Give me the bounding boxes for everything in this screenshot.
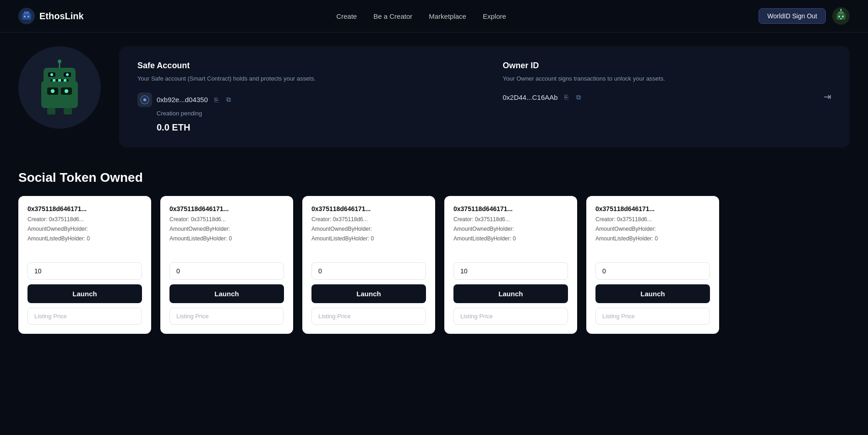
token-amount-listed: AmountListedByHolder: 0 [453, 234, 568, 243]
launch-button[interactable]: Launch [453, 284, 568, 303]
svg-rect-21 [53, 79, 55, 82]
token-amount-input[interactable] [453, 262, 568, 280]
owner-address-row: 0x2D44...C16AAb ⎘ ⧉ [503, 92, 832, 102]
token-id: 0x375118d646171... [311, 205, 426, 212]
token-amount-owned: AmountOwnedByHolder: [595, 225, 710, 233]
profile-section: Safe Account Your Safe account (Smart Co… [18, 46, 850, 147]
listing-price-input[interactable] [453, 308, 568, 325]
token-card: 0x375118d646171... Creator: 0x375118d6..… [444, 196, 577, 334]
main-nav: Create Be a Creator Marketplace Explore [336, 12, 506, 20]
svg-point-3 [24, 16, 26, 17]
token-amount-input[interactable] [311, 262, 426, 280]
logo-area: EthosLink [18, 8, 84, 24]
nav-create[interactable]: Create [336, 12, 357, 20]
svg-point-19 [66, 73, 69, 76]
token-amount-listed: AmountListedByHolder: 0 [311, 234, 426, 243]
svg-point-32 [144, 99, 146, 101]
token-creator: Creator: 0x375118d6... [595, 215, 710, 223]
launch-button[interactable]: Launch [595, 284, 710, 303]
section-title: Social Token Owned [18, 170, 850, 185]
social-token-section: Social Token Owned 0x375118d646171... Cr… [18, 170, 850, 334]
launch-button[interactable]: Launch [169, 284, 284, 303]
token-amount-listed: AmountListedByHolder: 0 [169, 234, 284, 243]
svg-rect-6 [838, 11, 844, 14]
svg-point-4 [27, 16, 29, 17]
token-amount-owned: AmountOwnedByHolder: [169, 225, 284, 233]
owner-address: 0x2D44...C16AAb [503, 93, 558, 101]
owner-id-title: Owner ID [503, 61, 832, 71]
nav-marketplace[interactable]: Marketplace [429, 12, 466, 20]
svg-point-18 [50, 73, 53, 76]
svg-point-26 [51, 89, 55, 93]
logo-icon [18, 8, 35, 24]
token-amount-listed: AmountListedByHolder: 0 [27, 234, 142, 243]
safe-icon [137, 92, 152, 107]
token-card: 0x375118d646171... Creator: 0x375118d6..… [160, 196, 293, 334]
token-creator: Creator: 0x375118d6... [27, 215, 142, 223]
header-right: WorldID Sign Out [759, 7, 850, 25]
profile-robot-svg [30, 58, 89, 117]
listing-price-input[interactable] [27, 308, 142, 325]
launch-button[interactable]: Launch [311, 284, 426, 303]
listing-price-input[interactable] [595, 308, 710, 325]
logo-text: EthosLink [39, 11, 84, 22]
copy-safe-address-button[interactable]: ⎘ [213, 95, 220, 104]
safe-logo-icon [140, 95, 149, 104]
nav-be-creator[interactable]: Be a Creator [373, 12, 412, 20]
creation-status: Creation pending [157, 110, 466, 117]
account-card: Safe Account Your Safe account (Smart Co… [119, 46, 850, 147]
avatar-robot-icon [834, 9, 848, 23]
token-grid: 0x375118d646171... Creator: 0x375118d6..… [18, 196, 850, 334]
svg-rect-9 [840, 18, 842, 19]
header: EthosLink Create Be a Creator Marketplac… [0, 0, 868, 33]
eth-balance: 0.0 ETH [157, 122, 466, 133]
token-amount-owned: AmountOwnedByHolder: [453, 225, 568, 233]
svg-rect-29 [64, 108, 72, 114]
token-amount-listed: AmountListedByHolder: 0 [595, 234, 710, 243]
token-card: 0x375118d646171... Creator: 0x375118d6..… [18, 196, 151, 334]
open-safe-address-button[interactable]: ⧉ [224, 95, 233, 104]
safe-account-title: Safe Account [137, 61, 466, 71]
launch-button[interactable]: Launch [27, 284, 142, 303]
token-amount-input[interactable] [27, 262, 142, 280]
profile-avatar [18, 46, 101, 129]
token-amount-owned: AmountOwnedByHolder: [311, 225, 426, 233]
nav-explore[interactable]: Explore [483, 12, 506, 20]
token-amount-owned: AmountOwnedByHolder: [27, 225, 142, 233]
main-content: Safe Account Your Safe account (Smart Co… [0, 33, 868, 348]
svg-rect-22 [58, 79, 61, 82]
listing-price-input[interactable] [311, 308, 426, 325]
token-card: 0x375118d646171... Creator: 0x375118d6..… [302, 196, 435, 334]
token-creator: Creator: 0x375118d6... [453, 215, 568, 223]
token-amount-input[interactable] [595, 262, 710, 280]
safe-account-section: Safe Account Your Safe account (Smart Co… [137, 61, 466, 133]
safe-address-row: 0xb92e...d04350 ⎘ ⧉ [137, 92, 466, 107]
logout-button[interactable]: ⇥ [824, 91, 831, 102]
svg-rect-12 [41, 81, 78, 108]
token-creator: Creator: 0x375118d6... [169, 215, 284, 223]
svg-rect-1 [22, 13, 31, 20]
owner-id-desc: Your Owner account signs transactions to… [503, 74, 832, 83]
listing-price-input[interactable] [169, 308, 284, 325]
svg-rect-28 [47, 108, 55, 114]
safe-account-desc: Your Safe account (Smart Contract) holds… [137, 74, 466, 83]
open-owner-address-button[interactable]: ⧉ [574, 92, 583, 102]
svg-rect-2 [24, 11, 29, 14]
svg-point-11 [840, 9, 841, 11]
token-id: 0x375118d646171... [27, 205, 142, 212]
svg-point-8 [842, 16, 844, 17]
user-avatar[interactable] [832, 7, 850, 25]
token-id: 0x375118d646171... [595, 205, 710, 212]
token-creator: Creator: 0x375118d6... [311, 215, 426, 223]
svg-rect-23 [64, 79, 66, 82]
svg-point-7 [838, 16, 840, 17]
owner-id-section: Owner ID Your Owner account signs transa… [503, 61, 832, 133]
token-card: 0x375118d646171... Creator: 0x375118d6..… [586, 196, 719, 334]
token-id: 0x375118d646171... [453, 205, 568, 212]
worldid-sign-out-button[interactable]: WorldID Sign Out [759, 8, 826, 24]
copy-owner-address-button[interactable]: ⎘ [562, 92, 570, 102]
svg-point-27 [65, 89, 68, 93]
token-amount-input[interactable] [169, 262, 284, 280]
safe-address: 0xb92e...d04350 [157, 96, 208, 103]
token-id: 0x375118d646171... [169, 205, 284, 212]
